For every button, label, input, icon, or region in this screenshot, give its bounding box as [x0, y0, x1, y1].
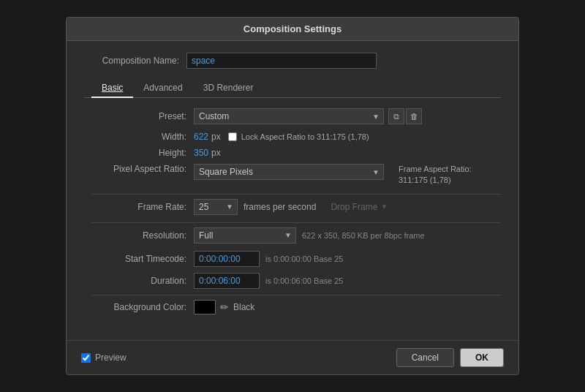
frame-aspect-info: Frame Aspect Ratio: 311:175 (1,78) [399, 164, 472, 186]
bg-color-name: Black [233, 302, 254, 312]
pixel-aspect-row: Pixel Aspect Ratio: Square Pixels D1/DV … [91, 164, 501, 186]
separator-1 [91, 194, 501, 195]
height-label: Height: [91, 148, 194, 158]
preset-row: Preset: Custom HDTV 1080 25 HDTV 720 25 … [91, 108, 501, 124]
footer-buttons: Cancel OK [396, 348, 504, 367]
pixel-aspect-select-wrapper: Square Pixels D1/DV NTSC D1/DV PAL ▼ [194, 164, 384, 180]
duration-row: Duration: is 0:00:06:00 Base 25 [91, 273, 501, 289]
height-value[interactable]: 350 [194, 148, 208, 158]
trash-icon: 🗑 [410, 112, 418, 121]
resolution-row: Resolution: Full Half Third Quarter ▼ 62… [91, 227, 501, 244]
tab-advanced[interactable]: Advanced [133, 79, 192, 98]
preset-copy-button[interactable]: ⧉ [388, 108, 404, 124]
start-timecode-input[interactable] [194, 251, 260, 267]
eyedropper-icon[interactable]: ✏ [220, 301, 229, 313]
separator-3 [91, 295, 501, 295]
start-timecode-label: Start Timecode: [91, 254, 194, 264]
preview-label: Preview [95, 353, 127, 363]
start-timecode-row: Start Timecode: is 0:00:00:00 Base 25 [91, 251, 501, 267]
drop-frame-label: Drop Frame [331, 202, 377, 212]
dialog-content: Composition Name: Basic Advanced 3D Rend… [67, 41, 518, 340]
duration-input[interactable] [194, 273, 260, 289]
preset-label: Preset: [91, 111, 194, 121]
fps-input-wrapper: ▼ [194, 199, 238, 215]
frames-per-second-label: frames per second [244, 202, 316, 212]
tab-3d-renderer[interactable]: 3D Renderer [193, 79, 264, 98]
bg-color-row: Background Color: ✏ Black [91, 300, 501, 314]
bg-color-label: Background Color: [91, 302, 194, 312]
preset-controls: Custom HDTV 1080 25 HDTV 720 25 PAL D1/D… [194, 108, 422, 124]
height-unit: px [211, 148, 221, 158]
resolution-info: 622 x 350, 850 KB per 8bpc frame [302, 231, 425, 240]
composition-settings-dialog: Composition Settings Composition Name: B… [66, 17, 519, 375]
width-value[interactable]: 622 [194, 132, 208, 142]
preview-checkbox[interactable] [81, 353, 91, 363]
preview-check-label[interactable]: Preview [81, 353, 127, 363]
width-row: Width: 622 px Lock Aspect Ratio to 311:1… [91, 132, 501, 142]
dialog-footer: Preview Cancel OK [67, 340, 518, 374]
comp-name-label: Composition Name: [84, 56, 186, 66]
tab-basic[interactable]: Basic [91, 79, 133, 98]
bg-color-swatch[interactable] [194, 300, 216, 314]
lock-aspect-row: Lock Aspect Ratio to 311:175 (1,78) [228, 132, 369, 141]
comp-name-input[interactable] [186, 53, 377, 69]
comp-name-row: Composition Name: [84, 53, 501, 69]
drop-frame-arrow-icon: ▼ [380, 203, 388, 211]
frame-rate-label: Frame Rate: [91, 202, 194, 212]
preset-select[interactable]: Custom HDTV 1080 25 HDTV 720 25 PAL D1/D… [194, 108, 384, 124]
drop-frame-control: Drop Frame ▼ [331, 202, 388, 212]
pixel-aspect-select[interactable]: Square Pixels D1/DV NTSC D1/DV PAL [194, 164, 384, 180]
pixel-aspect-label: Pixel Aspect Ratio: [91, 164, 194, 174]
start-timecode-info: is 0:00:00:00 Base 25 [265, 255, 343, 263]
frame-rate-row: Frame Rate: ▼ frames per second Drop Fra… [91, 199, 501, 215]
basic-tab-content: Preset: Custom HDTV 1080 25 HDTV 720 25 … [84, 108, 501, 314]
duration-info: is 0:00:06:00 Base 25 [265, 276, 343, 285]
cancel-button[interactable]: Cancel [396, 348, 454, 367]
preset-select-wrapper: Custom HDTV 1080 25 HDTV 720 25 PAL D1/D… [194, 108, 384, 124]
separator-2 [91, 222, 501, 223]
lock-aspect-label: Lock Aspect Ratio to 311:175 (1,78) [241, 132, 369, 141]
dialog-title: Composition Settings [67, 18, 518, 41]
frame-aspect-label: Frame Aspect Ratio: [399, 165, 472, 173]
ok-button[interactable]: OK [460, 348, 504, 367]
width-unit: px [211, 132, 221, 142]
lock-aspect-checkbox[interactable] [228, 132, 237, 141]
frame-aspect-value: 311:175 (1,78) [399, 176, 451, 184]
preset-delete-button[interactable]: 🗑 [406, 108, 422, 124]
resolution-label: Resolution: [91, 230, 194, 241]
resolution-select-wrapper: Full Half Third Quarter ▼ [194, 227, 296, 244]
resolution-select[interactable]: Full Half Third Quarter [194, 227, 296, 244]
preset-action-buttons: ⧉ 🗑 [388, 108, 422, 124]
tabs-bar: Basic Advanced 3D Renderer [84, 79, 501, 98]
height-row: Height: 350 px [91, 148, 501, 158]
width-label: Width: [91, 132, 194, 142]
duration-label: Duration: [91, 276, 194, 286]
fps-input[interactable] [194, 199, 238, 215]
